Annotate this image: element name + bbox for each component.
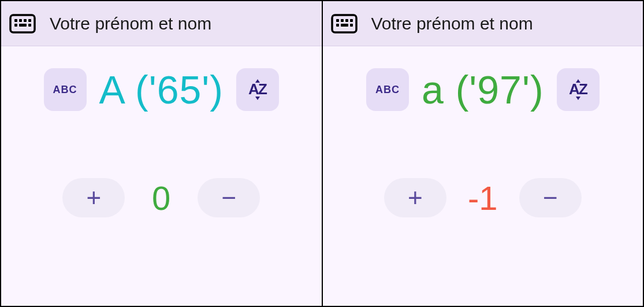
titlebar: Votre prénom et nom: [1, 1, 322, 46]
char-display: A ('65'): [99, 67, 224, 112]
counter-value: -1: [463, 179, 503, 217]
svg-rect-18: [350, 24, 353, 27]
plus-button[interactable]: +: [384, 178, 446, 217]
svg-rect-19: [341, 24, 348, 27]
svg-marker-11: [255, 97, 260, 100]
svg-rect-7: [19, 24, 27, 27]
char-display: a ('97'): [422, 67, 544, 112]
svg-rect-17: [336, 24, 339, 27]
minus-button[interactable]: −: [519, 178, 582, 217]
counter-row: + -1 −: [384, 178, 582, 217]
az-sort-button[interactable]: A Z: [236, 68, 279, 111]
abc-mode-button[interactable]: ABC: [44, 68, 87, 111]
panel-body: ABC A ('65') A Z + 0 −: [1, 46, 322, 306]
panel-left: Votre prénom et nom ABC A ('65') A Z + 0: [0, 0, 323, 307]
az-sort-button[interactable]: A Z: [557, 68, 600, 111]
svg-rect-3: [24, 19, 27, 22]
keyboard-icon: [331, 14, 358, 34]
panel-right: Votre prénom et nom ABC a ('97') A Z + -…: [322, 0, 645, 307]
svg-rect-4: [28, 19, 31, 22]
svg-rect-13: [336, 19, 339, 22]
page-title: Votre prénom et nom: [50, 14, 211, 34]
svg-rect-6: [28, 24, 31, 27]
titlebar: Votre prénom et nom: [323, 1, 643, 46]
svg-rect-1: [14, 19, 17, 22]
char-row: ABC a ('97') A Z: [366, 67, 600, 112]
svg-rect-15: [345, 19, 348, 22]
svg-text:Z: Z: [258, 80, 267, 98]
page-title: Votre prénom et nom: [371, 14, 533, 34]
svg-rect-5: [14, 24, 17, 27]
keyboard-icon: [9, 14, 36, 34]
panel-body: ABC a ('97') A Z + -1 −: [323, 46, 643, 306]
svg-marker-23: [576, 97, 580, 100]
svg-rect-14: [341, 19, 344, 22]
svg-text:Z: Z: [579, 80, 588, 98]
svg-rect-2: [19, 19, 22, 22]
minus-button[interactable]: −: [198, 178, 260, 217]
plus-button[interactable]: +: [62, 178, 125, 217]
counter-row: + 0 −: [62, 178, 260, 217]
counter-value: 0: [141, 179, 181, 217]
svg-rect-16: [350, 19, 353, 22]
char-row: ABC A ('65') A Z: [44, 67, 279, 112]
abc-mode-button[interactable]: ABC: [366, 68, 409, 111]
